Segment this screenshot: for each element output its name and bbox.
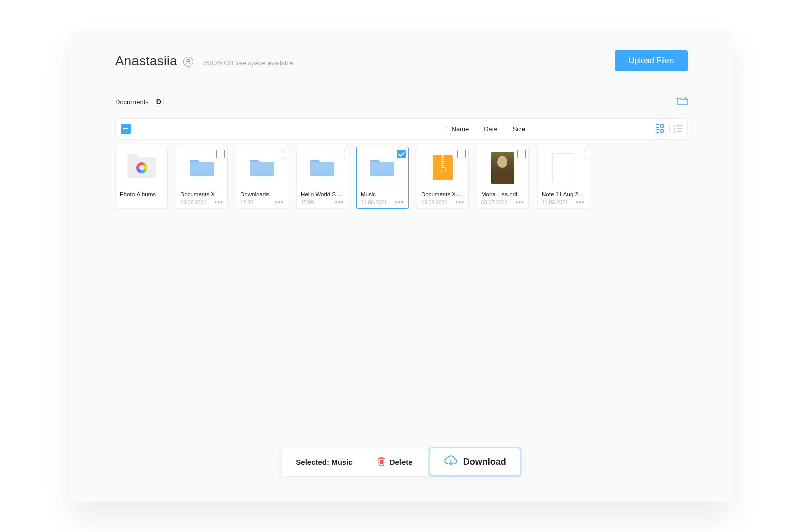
breadcrumb-row: Documents D xyxy=(115,96,688,107)
file-card[interactable]: Music 11.08.2021 ••• xyxy=(356,147,409,209)
header: Anastasiia R 158,25 GB free space availa… xyxy=(115,50,688,71)
file-date: 03.07.2020 xyxy=(481,199,508,205)
file-checkbox[interactable] xyxy=(457,150,466,158)
file-name: Documents X.zip xyxy=(421,191,464,197)
download-button[interactable]: Download xyxy=(429,447,522,477)
upload-files-button[interactable]: Upload Files xyxy=(615,50,688,71)
file-name: Hello World Sour... xyxy=(301,191,344,197)
file-card[interactable]: Documents X 13.08.2021 ••• xyxy=(176,147,228,209)
folder-icon xyxy=(250,157,274,179)
file-card[interactable]: Mona Lisa.pdf 03.07.2020 ••• xyxy=(477,147,529,209)
file-date: 15:09 xyxy=(301,199,314,205)
file-name: Downloads xyxy=(240,191,284,197)
breadcrumb-label: Documents xyxy=(115,98,149,106)
photos-folder-icon xyxy=(127,157,156,178)
file-checkbox[interactable] xyxy=(337,150,345,158)
file-name: Documents X xyxy=(180,191,223,197)
file-card[interactable]: Documents X.zip 13.08.2021 ••• xyxy=(417,147,469,209)
sort-by-date[interactable]: Date xyxy=(484,125,497,133)
file-card[interactable]: Downloads 12:38 ••• xyxy=(236,147,288,209)
file-name: Note 11 Aug 202... xyxy=(542,191,585,197)
free-space-text: 158,25 GB free space available xyxy=(202,59,293,67)
list-view-icon[interactable] xyxy=(674,125,682,133)
cloud-download-icon xyxy=(444,455,458,469)
column-headers: ↑ Name Date Size xyxy=(446,125,525,133)
action-bar: Selected: Music Delete Download xyxy=(281,447,521,477)
header-left: Anastasiia R 158,25 GB free space availa… xyxy=(115,53,293,69)
file-card[interactable]: Note 11 Aug 202... 11.08.2021 ••• xyxy=(537,147,589,209)
file-date: 12:38 xyxy=(240,199,253,205)
delete-button[interactable]: Delete xyxy=(367,457,424,467)
sort-ascending-icon: ↑ xyxy=(446,125,449,132)
select-all-toggle[interactable] xyxy=(121,124,131,134)
zip-file-icon xyxy=(433,155,453,180)
file-checkbox[interactable] xyxy=(517,150,526,158)
file-date: 13.08.2021 xyxy=(180,199,207,205)
sort-by-name[interactable]: ↑ Name xyxy=(446,125,469,133)
new-folder-icon[interactable] xyxy=(677,96,688,107)
grid-view-icon[interactable] xyxy=(656,124,665,134)
more-options-icon[interactable]: ••• xyxy=(395,200,404,204)
sort-by-size[interactable]: Size xyxy=(513,125,525,133)
view-separator xyxy=(669,125,670,133)
folder-icon xyxy=(190,157,214,179)
toolbar: ↑ Name Date Size xyxy=(115,118,688,140)
selected-prefix: Selected: xyxy=(296,458,331,466)
username: Anastasiia xyxy=(115,53,177,69)
file-thumbnail xyxy=(477,147,528,188)
file-date: 13.08.2021 xyxy=(421,199,448,205)
file-name: Photo Albums xyxy=(120,191,163,197)
selected-item-name: Music xyxy=(331,458,353,466)
delete-label: Delete xyxy=(390,458,413,466)
file-name: Mona Lisa.pdf xyxy=(481,191,524,197)
selected-summary: Selected: Music xyxy=(282,458,366,466)
file-card[interactable]: Hello World Sour... 15:09 ••• xyxy=(296,147,348,209)
file-thumbnail xyxy=(116,147,167,188)
file-name: Music xyxy=(361,191,404,197)
documents-icon: D xyxy=(154,97,164,107)
folder-icon xyxy=(310,157,334,179)
image-thumbnail xyxy=(491,152,514,184)
file-thumbnail xyxy=(176,147,227,188)
file-thumbnail xyxy=(417,147,468,188)
file-thumbnail xyxy=(538,147,589,188)
file-grid: Photo Albums ••• Documents X 13.08.2021 … xyxy=(115,147,688,209)
more-options-icon[interactable]: ••• xyxy=(275,200,284,204)
file-card[interactable]: Photo Albums ••• xyxy=(115,147,168,209)
more-options-icon[interactable]: ••• xyxy=(335,200,344,204)
col-name-label: Name xyxy=(452,125,469,133)
note-file-icon xyxy=(552,153,574,182)
file-checkbox[interactable] xyxy=(277,150,285,158)
registered-badge-icon: R xyxy=(183,57,193,67)
file-date: 11.08.2021 xyxy=(361,199,387,205)
file-thumbnail xyxy=(297,147,348,188)
file-checkbox[interactable] xyxy=(578,150,586,158)
more-options-icon[interactable]: ••• xyxy=(515,200,524,204)
minus-icon xyxy=(123,128,128,129)
file-date: 11.08.2021 xyxy=(542,199,568,205)
download-label: Download xyxy=(463,457,506,467)
app-panel: Anastasiia R 158,25 GB free space availa… xyxy=(70,30,733,502)
trash-icon xyxy=(378,457,386,467)
more-options-icon[interactable]: ••• xyxy=(455,200,464,204)
more-options-icon[interactable]: ••• xyxy=(214,200,223,204)
file-checkbox[interactable] xyxy=(397,150,406,158)
breadcrumb[interactable]: Documents D xyxy=(115,97,164,107)
view-toggles xyxy=(656,124,682,134)
file-thumbnail xyxy=(357,147,408,188)
folder-icon xyxy=(370,157,394,179)
more-options-icon[interactable]: ••• xyxy=(576,200,585,204)
file-checkbox[interactable] xyxy=(216,150,225,158)
file-thumbnail xyxy=(236,147,288,188)
